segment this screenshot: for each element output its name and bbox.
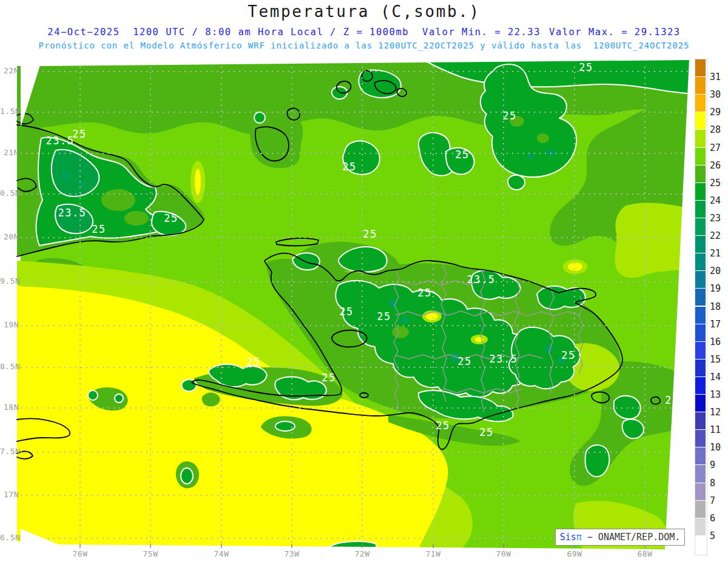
contour-label: 25	[246, 356, 260, 368]
colorbar-label: 19	[710, 283, 728, 294]
colorbar-label: 23	[710, 213, 728, 224]
x-axis-label: 75W	[137, 549, 164, 558]
contour-label: 23.5	[46, 135, 75, 147]
colorbar-label: 21	[710, 248, 728, 259]
colorbar-segment	[695, 360, 706, 376]
contour-label: 25	[72, 128, 86, 140]
contour-label: 25	[342, 161, 356, 173]
contour-label: 23.5	[467, 273, 496, 286]
attribution-pi-symbol: π	[576, 532, 582, 543]
attribution-brand: Sis	[560, 532, 576, 543]
y-axis-label: 21N	[0, 148, 19, 157]
colorbar-label: 8	[710, 478, 728, 489]
colorbar-segment	[695, 430, 706, 447]
x-axis-label: 74W	[208, 549, 235, 558]
contour-label: 25	[479, 426, 493, 438]
colorbar-segment	[695, 112, 706, 129]
colorbar-segment	[695, 447, 706, 464]
x-axis-label: 72W	[349, 549, 376, 558]
contour-label: 25	[561, 349, 575, 361]
contour-label: 25	[502, 110, 516, 122]
colorbar-segment	[695, 342, 706, 359]
colorbar-segment	[695, 289, 706, 306]
colorbar-segment	[695, 95, 706, 112]
colorbar-label: 22	[710, 230, 728, 241]
x-axis-label: 76W	[67, 549, 93, 558]
colorbar-label: 6	[710, 513, 728, 524]
colorbar-label: 13	[710, 389, 728, 400]
colorbar-segment	[695, 377, 706, 394]
contour-label: 25	[455, 149, 469, 161]
x-axis-label: 71W	[420, 549, 447, 558]
colorbar-segment	[695, 59, 706, 76]
y-axis-label: 6.5N	[0, 533, 19, 542]
colorbar-segment	[695, 518, 706, 535]
colorbar-label: 7	[710, 495, 728, 506]
contour-label: 25	[92, 223, 106, 235]
colorbar-label: 12	[710, 407, 728, 418]
colorbar-label: 26	[710, 160, 728, 171]
colorbar-segment	[695, 307, 706, 324]
colorbar-label: 16	[710, 336, 728, 347]
contour-label: 25	[322, 372, 335, 384]
colorbar-segment	[695, 166, 706, 182]
colorbar-label: 10	[710, 442, 728, 453]
colorbar-segment	[695, 201, 706, 218]
attribution-org: − ONAMET/REP.DOM.	[582, 532, 681, 543]
colorbar-label: 31	[710, 72, 728, 82]
colorbar-segment	[695, 483, 706, 500]
contour-label: 25	[363, 228, 377, 240]
colorbar-label: 15	[710, 354, 728, 365]
temperature-map-svg: 23.52523.52525252525252525252523.523.525…	[0, 0, 728, 562]
colorbar-label: 29	[710, 107, 728, 118]
y-axis-label: 18N	[0, 403, 19, 412]
x-axis-label: 73W	[278, 549, 305, 558]
colorbar-label: 20	[710, 266, 728, 276]
colorbar-segment	[695, 412, 706, 429]
colorbar-segment	[695, 501, 706, 518]
x-axis-label: 70W	[490, 549, 517, 558]
attribution-box: Sisπ − ONAMET/REP.DOM.	[555, 529, 685, 546]
weather-map-app: Temperatura (C,somb.) 24−Oct−2025 1200 U…	[0, 0, 728, 562]
colorbar-segment	[695, 324, 706, 341]
colorbar-label: 5	[710, 530, 728, 541]
colorbar-segment	[695, 465, 706, 482]
colorbar-label: 27	[710, 142, 728, 153]
colorbar-label: 11	[710, 424, 728, 435]
contour-label: 25	[417, 287, 431, 299]
y-axis-label: 22N	[0, 66, 19, 75]
x-axis-label: 69W	[561, 549, 588, 558]
colorbar-segment	[695, 253, 706, 270]
colorbar-label: 25	[710, 178, 728, 189]
colorbar-label: 24	[710, 195, 728, 206]
colorbar-segment	[695, 536, 706, 553]
colorbar-segment	[695, 271, 706, 288]
y-axis-label: 9.5N	[0, 276, 19, 286]
y-axis-label: 20N	[0, 232, 19, 241]
colorbar-segment	[695, 148, 706, 165]
colorbar-segment	[695, 218, 706, 235]
contour-label: 23.5	[490, 353, 518, 365]
contour-label: 25	[339, 306, 353, 318]
contour-label: 23.5	[58, 207, 87, 219]
colorbar-label: 28	[710, 124, 728, 135]
colorbar-segment	[695, 395, 706, 412]
colorbar-label: 14	[710, 372, 728, 383]
y-axis-label: 7.5N	[0, 447, 19, 456]
x-axis-label: 68W	[632, 549, 658, 558]
contour-label: 25	[457, 355, 471, 367]
contour-label: 25	[377, 310, 391, 323]
contour-label: 25	[579, 61, 593, 73]
contour-label: 25	[164, 212, 178, 224]
colorbar-label: 18	[710, 301, 728, 312]
colorbar-segment	[695, 236, 706, 253]
y-axis-label: 19N	[0, 320, 19, 329]
colorbar-label: 17	[710, 319, 728, 330]
colorbar-label: 30	[710, 89, 728, 100]
contour-label: 25	[436, 420, 450, 432]
colorbar-label: 9	[710, 460, 728, 470]
y-axis-label: 17N	[0, 490, 19, 499]
y-axis-label: 8.5N	[0, 362, 19, 371]
colorbar-segment	[695, 130, 706, 147]
colorbar-segment	[695, 77, 706, 94]
